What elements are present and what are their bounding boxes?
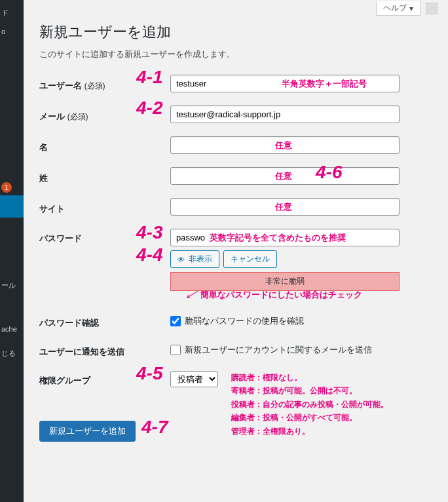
- sidebar-partial-1: ド: [1, 8, 22, 18]
- add-user-submit-button[interactable]: 新規ユーザーを追加: [39, 421, 136, 442]
- weak-password-checkbox[interactable]: [170, 316, 181, 326]
- lastname-label: 姓: [39, 168, 170, 184]
- sidebar-active-item[interactable]: [0, 195, 24, 218]
- help-tab[interactable]: ヘルプ ▾: [376, 1, 420, 16]
- email-label: メール (必須): [39, 107, 170, 123]
- firstname-label: 名: [39, 138, 170, 153]
- password-label: パスワード: [39, 229, 170, 244]
- website-input[interactable]: [170, 198, 400, 216]
- send-notification-checkbox-label: 新規ユーザーにアカウントに関するメールを送信: [185, 344, 372, 356]
- weak-password-checkbox-label: 脆弱なパスワードの使用を確認: [185, 315, 304, 327]
- password-confirm-label: パスワード確認: [39, 313, 170, 329]
- admin-sidebar: ド o 1 ール ache じる: [0, 0, 24, 502]
- page-description: このサイトに追加する新規ユーザーを作成します。: [39, 48, 438, 60]
- page-title: 新規ユーザーを追加: [39, 22, 438, 42]
- eye-slash-icon: [177, 255, 186, 264]
- sidebar-partial-5: じる: [1, 349, 22, 358]
- username-input[interactable]: [170, 75, 400, 92]
- send-notification-checkbox[interactable]: [170, 345, 181, 355]
- password-hide-button[interactable]: 非表示: [170, 250, 219, 268]
- sidebar-partial-3: ール: [1, 280, 22, 290]
- send-notification-label: ユーザーに通知を送信: [39, 342, 170, 358]
- lastname-input[interactable]: [170, 167, 400, 185]
- avatar[interactable]: [426, 3, 438, 14]
- help-label: ヘルプ: [383, 3, 407, 14]
- sidebar-partial-4: ache: [1, 325, 22, 333]
- role-label: 権限グループ: [39, 371, 170, 387]
- firstname-input[interactable]: [170, 136, 400, 154]
- username-label: ユーザー名 (必須): [39, 76, 170, 92]
- sidebar-partial-2: o: [1, 28, 22, 35]
- password-cancel-button[interactable]: キャンセル: [223, 250, 277, 268]
- website-label: サイト: [39, 199, 170, 215]
- email-input[interactable]: [170, 106, 400, 123]
- chevron-down-icon: ▾: [409, 4, 413, 13]
- sidebar-update-badge[interactable]: 1: [1, 182, 12, 193]
- password-input[interactable]: [170, 229, 400, 246]
- arrow-icon: [182, 290, 202, 299]
- annotation-4-4: 4-4: [136, 244, 162, 265]
- role-select[interactable]: 投稿者: [170, 371, 218, 387]
- password-strength-meter: 非常に脆弱: [170, 272, 400, 291]
